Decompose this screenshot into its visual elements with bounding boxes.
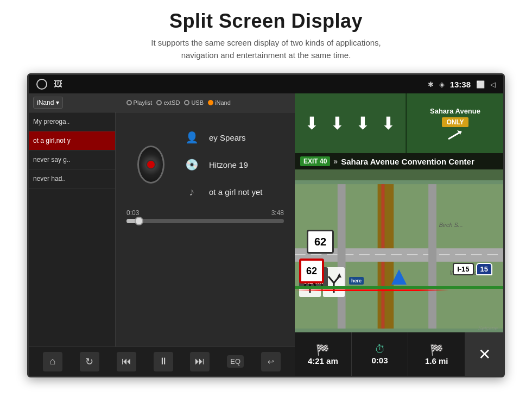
playlist-tab-label: Playlist [134,99,153,106]
exit-sign: EXIT 40 » Sahara Avenue Convention Cente… [295,153,503,169]
highway-arrows: ⬇ ⬇ ⬇ ⬇ [295,93,406,153]
source-tab-inand[interactable]: iNand [208,99,231,106]
player-main: 👤 ey Spears 💿 Hitzone 19 ♪ ot a girl not… [116,112,295,346]
eq-button[interactable]: EQ [227,355,244,368]
status-right: ✱ ◈ 13:38 ⬜ ◁ [428,80,496,89]
exit-number: EXIT 40 [300,156,330,166]
progress-area: 0:03 3:48 [121,209,289,223]
back-icon: ◁ [490,80,496,89]
highway-badge: I-15 15 [453,263,492,275]
svg-rect-8 [428,184,436,329]
location-icon: ◈ [439,80,445,89]
checkered-flag-2-icon: 🏁 [430,343,444,356]
main-split: iNand ▾ Playlist extSD USB [29,93,503,376]
extsd-radio [156,100,162,105]
usb-tab-label: USB [191,99,204,106]
inand-radio [208,100,213,105]
nav-arrow [391,269,407,285]
nav-footer: 🏁 4:21 am ⏱ 0:03 🏁 1.6 mi ✕ [295,332,503,376]
album-row: 💿 Hitzone 19 [183,156,273,173]
map-road-area: Birch S... Westwood [295,180,503,332]
play-pause-button[interactable]: ⏸ [154,352,173,371]
source-tabs: Playlist extSD USB iNand [66,99,290,106]
green-bar [295,286,503,289]
page-title: Split Screen Display [0,10,532,33]
svg-text:Birch S...: Birch S... [439,222,463,228]
track-info: 👤 ey Spears 💿 Hitzone 19 ♪ ot a girl not… [178,129,273,200]
watermark: Seicane [478,325,498,331]
progress-bar[interactable] [126,219,284,223]
svg-marker-18 [337,273,341,278]
playlist-item-1[interactable]: My preroga.. [29,112,115,131]
progress-thumb[interactable] [135,217,143,225]
album-name: Hitzone 19 [209,160,248,169]
image-icon: 🖼 [54,79,62,89]
artist-row: 👤 ey Spears [183,129,273,146]
disc-icon: 💿 [183,156,200,173]
close-nav-button[interactable]: ✕ [465,332,503,376]
red-arrow-indicator [295,289,449,291]
nav-distance-segment: 🏁 1.6 mi [408,332,465,376]
source-tab-playlist[interactable]: Playlist [126,99,153,106]
bluetooth-icon: ✱ [428,80,434,89]
playlist-radio [126,100,132,105]
source-tab-extsd[interactable]: extSD [156,99,180,106]
page-subtitle: It supports the same screen display of t… [0,37,532,61]
playlist-item-3[interactable]: never say g.. [29,150,115,169]
person-icon: 👤 [183,129,200,146]
route-number: 62 [314,236,326,248]
music-note-icon: ♪ [183,183,200,200]
highway-sign-area: ⬇ ⬇ ⬇ ⬇ Sahara Avenue ONLY [295,93,503,153]
progress-times: 0:03 3:48 [126,209,284,217]
speed-number: 62 [306,266,317,276]
album-art-area: 👤 ey Spears 💿 Hitzone 19 ♪ ot a girl not… [137,129,273,200]
svg-rect-7 [338,184,346,329]
inand-tab-label: iNand [215,99,231,106]
diagonal-arrow-icon [447,129,464,140]
svg-line-16 [328,276,334,283]
arrow-down-1: ⬇ [305,113,319,134]
source-dropdown[interactable]: iNand ▾ [33,97,63,109]
highway-text-sign: Sahara Avenue ONLY [406,93,503,153]
arrow-down-3: ⬇ [356,113,370,134]
arrow-down-4: ⬇ [381,113,396,134]
source-dropdown-label: iNand [37,99,54,106]
status-time: 13:38 [450,80,471,89]
device-frame: 🖼 ✱ ◈ 13:38 ⬜ ◁ iNand ▾ Playlist [27,73,505,377]
exit-arrow-icon: » [333,157,338,166]
playlist-item-2[interactable]: ot a girl,not y [29,131,115,150]
song-name: ot a girl not yet [209,187,262,197]
arrow-down-2: ⬇ [330,113,345,134]
time-current: 0:03 [126,209,139,217]
map-svg: Birch S... Westwood [295,180,503,332]
prev-button[interactable]: ⏮ [117,352,136,371]
nav-eta-segment: 🏁 4:21 am [295,332,352,376]
usb-radio [184,100,189,105]
i15-label: I-15 [453,263,473,275]
speed-sign: 62 [299,259,324,283]
playlist-item-4[interactable]: never had.. [29,169,115,188]
source-tab-usb[interactable]: USB [184,99,204,106]
window-icon: ⬜ [476,80,485,89]
repeat-button[interactable]: ↻ [80,352,99,371]
time-total: 3:48 [271,209,284,217]
home-button[interactable]: ⌂ [43,352,62,371]
nav-panel: ⬇ ⬇ ⬇ ⬇ Sahara Avenue ONLY EXIT 40 » [295,93,503,376]
route-sign: 62 [307,230,334,254]
checkered-flag-1-icon: 🏁 [316,343,330,356]
song-row: ♪ ot a girl not yet [183,183,273,200]
music-body: My preroga.. ot a girl,not y never say g… [29,112,295,346]
source-bar: iNand ▾ Playlist extSD USB [29,93,295,112]
back-button[interactable]: ↩ [261,352,281,371]
next-button[interactable]: ⏭ [190,352,210,371]
music-panel: iNand ▾ Playlist extSD USB [29,93,295,376]
only-badge: ONLY [442,117,468,127]
album-center [146,160,156,169]
album-art [137,146,164,184]
chevron-down-icon: ▾ [56,99,59,106]
extsd-tab-label: extSD [163,99,180,106]
nav-eta: 4:21 am [308,356,338,365]
status-bar: 🖼 ✱ ◈ 13:38 ⬜ ◁ [29,75,503,93]
artist-name: ey Spears [209,133,246,142]
here-logo: here [349,277,364,285]
